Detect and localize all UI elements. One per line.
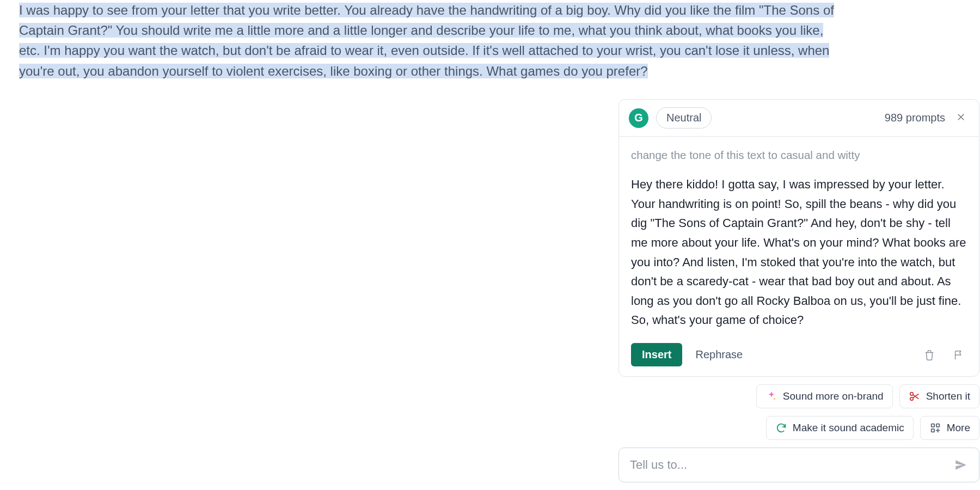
suggestion-card: G Neutral 989 prompts change the tone of…: [618, 99, 979, 377]
user-prompt-text: change the tone of this text to casual a…: [631, 149, 967, 162]
refresh-icon: [775, 422, 787, 434]
svg-rect-4: [931, 429, 934, 432]
chip-more[interactable]: More: [920, 416, 979, 440]
chip-label: More: [947, 422, 970, 434]
selected-text-span: I was happy to see from your letter that…: [19, 3, 834, 78]
action-row: Insert Rephrase: [631, 343, 967, 366]
tone-chip[interactable]: Neutral: [656, 107, 712, 128]
suggestion-text: Hey there kiddo! I gotta say, I was impr…: [631, 175, 967, 330]
prompts-count: 989 prompts: [885, 112, 945, 124]
delete-button[interactable]: [921, 347, 938, 363]
sparkle-icon: [765, 390, 777, 402]
chip-label: Shorten it: [926, 390, 970, 402]
logo-letter: G: [634, 112, 643, 124]
flag-button[interactable]: [951, 347, 967, 363]
svg-rect-2: [931, 424, 934, 427]
chip-make-academic[interactable]: Make it sound academic: [766, 416, 914, 440]
suggestion-chips-row-2: Make it sound academic More: [618, 416, 979, 440]
chip-shorten-it[interactable]: Shorten it: [899, 384, 979, 408]
svg-point-0: [910, 393, 913, 396]
assistant-panel: G Neutral 989 prompts change the tone of…: [618, 99, 979, 482]
send-button[interactable]: [954, 458, 968, 472]
panel-header: G Neutral 989 prompts: [619, 100, 979, 136]
prompt-input[interactable]: [630, 458, 947, 472]
chip-label: Make it sound academic: [793, 422, 904, 434]
chip-sound-on-brand[interactable]: Sound more on-brand: [756, 384, 893, 408]
close-button[interactable]: [953, 109, 969, 127]
close-icon: [956, 112, 966, 122]
grid-plus-icon: [929, 422, 941, 434]
send-icon: [954, 458, 968, 472]
panel-body: change the tone of this text to casual a…: [619, 136, 979, 376]
suggestion-chips-row-1: Sound more on-brand Shorten it: [618, 384, 979, 408]
scissors-icon: [909, 390, 921, 402]
trash-icon: [923, 349, 935, 361]
svg-rect-3: [936, 424, 940, 427]
editor-selected-text[interactable]: I was happy to see from your letter that…: [19, 0, 838, 81]
svg-point-1: [910, 397, 913, 401]
rephrase-button[interactable]: Rephrase: [695, 348, 743, 361]
insert-button[interactable]: Insert: [631, 343, 682, 366]
prompt-input-container: [618, 448, 979, 482]
chip-label: Sound more on-brand: [783, 390, 884, 402]
grammarly-logo-icon: G: [629, 108, 648, 128]
flag-icon: [953, 349, 965, 361]
